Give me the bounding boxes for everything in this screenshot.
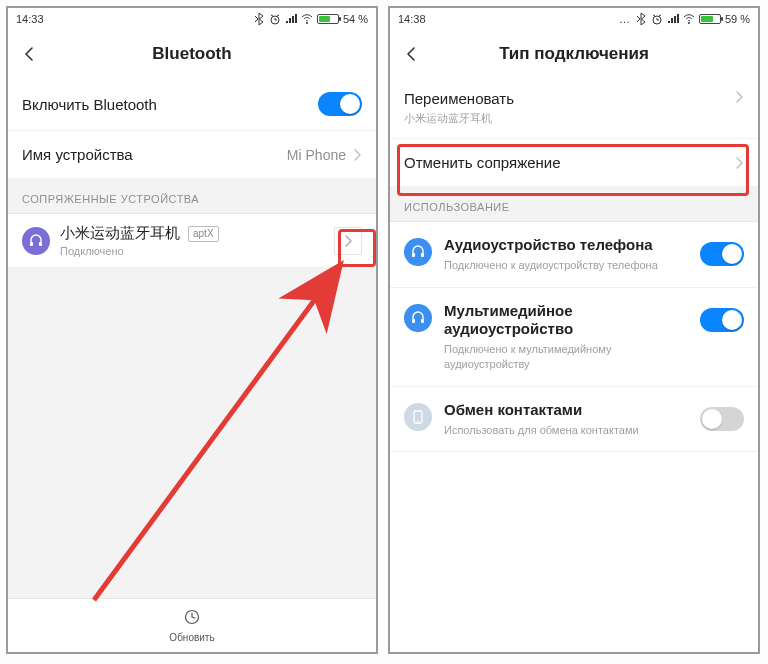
contacts-toggle[interactable] [700, 407, 744, 431]
contacts-sub: Использовать для обмена контактами [444, 423, 688, 438]
chevron-right-icon [734, 90, 744, 104]
battery-icon [317, 14, 339, 24]
svg-point-6 [688, 22, 690, 24]
svg-rect-9 [412, 319, 415, 323]
codec-badge: aptX [188, 226, 219, 242]
unpair-row[interactable]: Отменить сопряжение [390, 139, 758, 187]
toggle-bluetooth-label: Включить Bluetooth [22, 96, 318, 113]
bluetooth-icon [253, 13, 265, 25]
title-bar: Тип подключения [390, 30, 758, 78]
media-audio-row[interactable]: Мультимедийное аудиоустройство Подключен… [390, 288, 758, 387]
device-name-value: Mi Phone [287, 147, 346, 163]
toggle-bluetooth-row[interactable]: Включить Bluetooth [8, 78, 376, 131]
contacts-title: Обмен контактами [444, 401, 688, 420]
headset-icon [404, 238, 432, 266]
svg-rect-8 [421, 253, 424, 257]
title-bar: Bluetooth [8, 30, 376, 78]
media-audio-sub: Подключено к мультимедийному аудиоустрой… [444, 342, 688, 372]
status-time: 14:33 [16, 13, 44, 25]
rename-row[interactable]: Переименовать 小米运动蓝牙耳机 [390, 78, 758, 139]
status-right: 54 % [253, 13, 368, 25]
status-right: … 59 % [619, 13, 750, 25]
refresh-label: Обновить [169, 632, 214, 643]
paired-section-header: СОПРЯЖЕННЫЕ УСТРОЙСТВА [8, 179, 376, 214]
chevron-right-icon [352, 148, 362, 162]
rename-label: Переименовать [404, 90, 734, 107]
contacts-icon [404, 403, 432, 431]
phone-audio-sub: Подключено к аудиоустройству телефона [444, 258, 688, 273]
alarm-icon [651, 13, 663, 25]
contacts-row[interactable]: Обмен контактами Использовать для обмена… [390, 387, 758, 453]
bluetooth-toggle[interactable] [318, 92, 362, 116]
bluetooth-icon [635, 13, 647, 25]
chevron-right-icon [734, 156, 744, 170]
svg-point-12 [417, 420, 419, 422]
page-title: Bluetooth [152, 44, 231, 64]
svg-point-1 [306, 22, 308, 24]
device-name-row[interactable]: Имя устройства Mi Phone [8, 131, 376, 179]
rename-sub: 小米运动蓝牙耳机 [404, 111, 734, 126]
empty-space [390, 452, 758, 652]
phone-right: 14:38 … 59 % [388, 6, 760, 654]
media-audio-title: Мультимедийное аудиоустройство [444, 302, 688, 340]
battery-text: 54 % [343, 13, 368, 25]
battery-text: 59 % [725, 13, 750, 25]
empty-space [8, 268, 376, 598]
battery-icon [699, 14, 721, 24]
refresh-icon [183, 608, 201, 630]
wifi-icon [683, 13, 695, 25]
back-button[interactable] [398, 40, 426, 68]
phone-left: 14:33 54 % Bl [6, 6, 378, 654]
device-name: 小米运动蓝牙耳机 [60, 224, 180, 243]
status-time: 14:38 [398, 13, 426, 25]
status-bar: 14:33 54 % [8, 8, 376, 30]
headset-icon [22, 227, 50, 255]
more-icon: … [619, 13, 631, 25]
svg-rect-10 [421, 319, 424, 323]
phone-audio-title: Аудиоустройство телефона [444, 236, 688, 255]
page-title: Тип подключения [499, 44, 649, 64]
device-status: Подключено [60, 245, 324, 257]
unpair-label: Отменить сопряжение [404, 154, 734, 171]
back-button[interactable] [16, 40, 44, 68]
headset-icon [404, 304, 432, 332]
svg-rect-2 [30, 242, 33, 246]
svg-rect-7 [412, 253, 415, 257]
phone-audio-row[interactable]: Аудиоустройство телефона Подключено к ау… [390, 222, 758, 288]
wifi-icon [301, 13, 313, 25]
svg-rect-3 [39, 242, 42, 246]
signal-icon [285, 13, 297, 25]
signal-icon [667, 13, 679, 25]
device-settings-button[interactable] [334, 227, 362, 255]
paired-device-row[interactable]: 小米运动蓝牙耳机 aptX Подключено [8, 214, 376, 268]
status-bar: 14:38 … 59 % [390, 8, 758, 30]
media-audio-toggle[interactable] [700, 308, 744, 332]
refresh-button[interactable]: Обновить [8, 598, 376, 652]
usage-section-header: ИСПОЛЬЗОВАНИЕ [390, 187, 758, 222]
phone-audio-toggle[interactable] [700, 242, 744, 266]
device-name-label: Имя устройства [22, 146, 287, 163]
alarm-icon [269, 13, 281, 25]
